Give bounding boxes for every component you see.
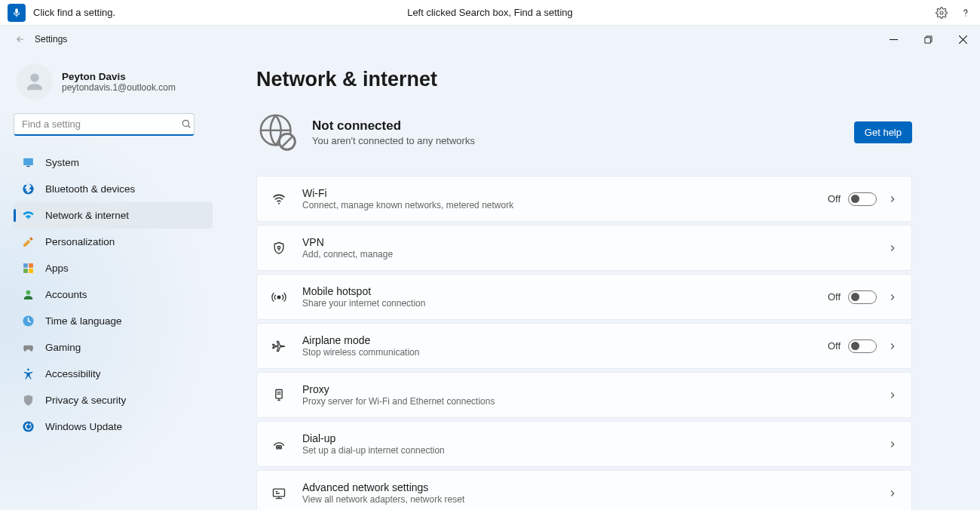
minimize-button[interactable]: [876, 26, 911, 53]
status-row: Not connected You aren't connected to an…: [256, 111, 912, 153]
maximize-button[interactable]: [911, 26, 945, 53]
svg-rect-11: [23, 269, 28, 273]
content: Network & internet Not connected You are…: [226, 53, 980, 510]
page-title: Network & internet: [256, 68, 912, 91]
svg-point-26: [280, 447, 280, 447]
card-title: Dial-up: [302, 432, 887, 444]
card-hotspot[interactable]: Mobile hotspot Share your internet conne…: [256, 274, 912, 320]
svg-point-21: [277, 246, 280, 248]
nav-item-system[interactable]: System: [14, 149, 213, 176]
apps-icon: [21, 262, 35, 275]
nav-item-privacy[interactable]: Privacy & security: [14, 387, 213, 413]
get-help-button[interactable]: Get help: [854, 121, 912, 143]
gaming-icon: [21, 341, 35, 355]
proxy-icon: [271, 387, 287, 404]
chevron-right-icon: [887, 341, 898, 352]
nav-item-network[interactable]: Network & internet: [14, 202, 213, 229]
status-subtitle: You aren't connected to any networks: [312, 135, 475, 146]
nav-label: Accounts: [45, 289, 87, 300]
card-subtitle: Add, connect, manage: [302, 249, 887, 260]
person-icon: [23, 70, 46, 93]
card-airplane[interactable]: Airplane mode Stop wireless communicatio…: [256, 323, 912, 369]
toggle-switch[interactable]: [848, 339, 877, 353]
back-button[interactable]: [14, 32, 27, 46]
nav-item-time[interactable]: Time & language: [14, 308, 213, 334]
card-advanced[interactable]: Advanced network settings View all netwo…: [256, 470, 912, 510]
card-title: Advanced network settings: [302, 481, 887, 493]
nav-item-apps[interactable]: Apps: [14, 255, 213, 281]
card-subtitle: Proxy server for Wi-Fi and Ethernet conn…: [302, 396, 887, 407]
toggle-switch[interactable]: [848, 192, 877, 206]
sidebar: Peyton Davis peytondavis.1@outlook.com S…: [0, 53, 226, 510]
accounts-icon: [21, 288, 35, 302]
nav-label: Accessibility: [45, 368, 101, 379]
wifi-icon: [271, 191, 287, 207]
globe-disconnected-icon: [256, 111, 299, 153]
mic-button[interactable]: [8, 4, 26, 22]
nav-item-bluetooth[interactable]: Bluetooth & devices: [14, 176, 213, 202]
airplane-icon: [271, 338, 287, 355]
nav-label: System: [45, 157, 79, 168]
search-input[interactable]: [14, 113, 194, 136]
network-icon: [21, 209, 35, 223]
card-subtitle: Share your internet connection: [302, 298, 828, 309]
nav-item-accessibility[interactable]: Accessibility: [14, 361, 213, 387]
card-vpn[interactable]: VPN Add, connect, manage: [256, 225, 912, 271]
card-title: Mobile hotspot: [302, 285, 828, 297]
svg-point-0: [940, 11, 943, 14]
nav-label: Privacy & security: [45, 395, 126, 406]
nav-item-update[interactable]: Windows Update: [14, 413, 213, 440]
status-title: Not connected: [312, 118, 475, 134]
app-title: Settings: [35, 34, 67, 45]
accessibility-icon: [21, 367, 35, 381]
personalize-icon: [21, 235, 35, 249]
svg-point-4: [30, 73, 38, 81]
nav-label: Network & internet: [45, 210, 129, 221]
nav-label: Bluetooth & devices: [45, 183, 135, 195]
chevron-right-icon: [887, 390, 898, 401]
nav-item-gaming[interactable]: Gaming: [14, 334, 213, 361]
svg-rect-12: [29, 269, 33, 273]
time-icon: [21, 315, 35, 328]
svg-rect-27: [274, 489, 285, 496]
nav-label: Time & language: [45, 315, 122, 327]
chevron-right-icon: [887, 439, 898, 450]
svg-rect-9: [23, 263, 28, 268]
card-proxy[interactable]: Proxy Proxy server for Wi-Fi and Etherne…: [256, 372, 912, 418]
gear-icon[interactable]: [935, 6, 948, 20]
mic-icon: [11, 8, 22, 18]
instruction-center: Left clicked Search box, Find a setting: [407, 7, 573, 18]
nav-label: Gaming: [45, 342, 81, 353]
bluetooth-icon: [21, 183, 35, 196]
user-email: peytondavis.1@outlook.com: [62, 82, 176, 93]
arrow-left-icon: [15, 34, 26, 45]
svg-rect-10: [29, 263, 33, 268]
card-title: Wi-Fi: [302, 187, 828, 199]
close-button[interactable]: [945, 26, 980, 53]
card-subtitle: Connect, manage known networks, metered …: [302, 200, 828, 210]
card-subtitle: Set up a dial-up internet connection: [302, 445, 887, 456]
update-icon: [21, 420, 35, 434]
nav-label: Personalization: [45, 236, 115, 247]
svg-point-20: [278, 202, 280, 204]
card-title: Airplane mode: [302, 334, 828, 346]
chevron-right-icon: [887, 194, 898, 204]
nav-item-personalize[interactable]: Personalization: [14, 229, 213, 255]
system-icon: [21, 156, 35, 170]
nav-label: Windows Update: [45, 421, 122, 432]
privacy-icon: [21, 394, 35, 407]
card-wifi[interactable]: Wi-Fi Connect, manage known networks, me…: [256, 176, 912, 222]
nav-label: Apps: [45, 263, 69, 274]
card-subtitle: Stop wireless communication: [302, 347, 828, 358]
svg-point-13: [26, 290, 30, 295]
nav-item-accounts[interactable]: Accounts: [14, 281, 213, 308]
svg-point-2: [965, 15, 966, 16]
user-block[interactable]: Peyton Davis peytondavis.1@outlook.com: [14, 63, 213, 100]
dialup-icon: [271, 436, 287, 453]
svg-rect-7: [26, 166, 29, 167]
svg-rect-3: [924, 37, 929, 42]
card-state: Off: [828, 340, 841, 352]
toggle-switch[interactable]: [848, 290, 877, 304]
help-icon[interactable]: [959, 6, 972, 20]
card-dialup[interactable]: Dial-up Set up a dial-up internet connec…: [256, 421, 912, 467]
